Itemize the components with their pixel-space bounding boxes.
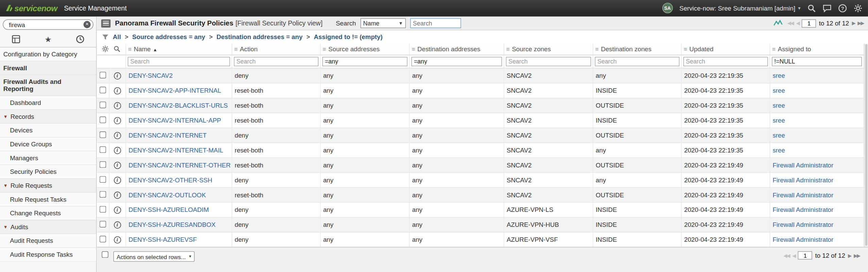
search-icon[interactable] bbox=[807, 4, 816, 13]
column-header-action[interactable]: ≡Action bbox=[232, 43, 320, 55]
sidebar-item-audits[interactable]: ▼Audits bbox=[0, 220, 96, 234]
column-menu-icon[interactable]: ≡ bbox=[506, 46, 510, 53]
policy-name-link[interactable]: DENY-SNCAV2 bbox=[129, 72, 173, 79]
policy-name-link[interactable]: DENY-SSH-AZURESANDBOX bbox=[129, 221, 216, 228]
column-header-name[interactable]: ≡Name▲ bbox=[125, 43, 232, 55]
record-preview-icon[interactable]: i bbox=[114, 177, 121, 184]
sidebar-item-configuration-by-category[interactable]: Configuration by Category bbox=[0, 48, 96, 61]
sidebar-item-firewall-audits-and-reporting[interactable]: Firewall Audits and Reporting bbox=[0, 75, 96, 96]
chat-icon[interactable] bbox=[823, 4, 832, 13]
breadcrumb-source-addresses[interactable]: Source addresses = any bbox=[132, 34, 205, 40]
sidebar-item-records[interactable]: ▼Records bbox=[0, 110, 96, 124]
column-menu-icon[interactable]: ≡ bbox=[772, 46, 776, 53]
record-preview-icon[interactable]: i bbox=[114, 147, 121, 154]
row-checkbox[interactable] bbox=[99, 236, 106, 242]
row-checkbox[interactable] bbox=[99, 191, 106, 198]
scrollbar-thumb[interactable] bbox=[865, 44, 868, 246]
filter-input-destination-zones[interactable] bbox=[595, 57, 679, 66]
policy-name-link[interactable]: DENY-SNCAV2-INTERNET bbox=[129, 132, 207, 139]
filter-input-name[interactable] bbox=[127, 57, 230, 66]
breadcrumb-destination-addresses[interactable]: Destination addresses = any bbox=[217, 34, 303, 40]
column-header-assigned-to[interactable]: ≡Assigned to bbox=[770, 43, 864, 55]
filter-input-source-zones[interactable] bbox=[506, 57, 591, 66]
record-preview-icon[interactable]: i bbox=[114, 162, 121, 169]
filter-funnel-icon[interactable] bbox=[102, 33, 109, 40]
servicenow-logo[interactable]: servicenow bbox=[5, 3, 57, 13]
policy-name-link[interactable]: DENY-SNCAV2-INTERNET-OTHER bbox=[129, 162, 231, 168]
column-menu-icon[interactable]: ≡ bbox=[234, 46, 238, 53]
record-preview-icon[interactable]: i bbox=[114, 87, 121, 94]
sidebar-item-firewall[interactable]: Firewall bbox=[0, 61, 96, 75]
list-search-input[interactable] bbox=[410, 18, 461, 28]
first-page-icon[interactable]: ◀◀ bbox=[787, 20, 794, 26]
sidebar-item-devices[interactable]: Devices bbox=[0, 124, 96, 138]
sidebar-item-audit-requests[interactable]: Audit Requests bbox=[0, 234, 96, 248]
actions-dropdown[interactable]: Actions on selected rows... ▾ bbox=[113, 251, 194, 262]
previous-page-icon[interactable]: ◀ bbox=[792, 253, 795, 258]
column-header-source-zones[interactable]: ≡Source zones bbox=[504, 43, 593, 55]
sidebar-item-audit-response-tasks[interactable]: Audit Response Tasks bbox=[0, 248, 96, 262]
help-icon[interactable]: ? bbox=[838, 4, 847, 13]
applications-icon[interactable] bbox=[12, 35, 20, 43]
list-search-toggle-icon[interactable] bbox=[113, 46, 120, 53]
search-field-select[interactable]: Name ▼ bbox=[360, 18, 406, 28]
policy-name-link[interactable]: DENY-SNCAV2-APP-INTERNAL bbox=[129, 87, 221, 94]
row-checkbox[interactable] bbox=[99, 116, 106, 123]
policy-name-link[interactable]: DENY-SNCAV2-BLACKLIST-URLS bbox=[129, 102, 228, 109]
column-menu-icon[interactable]: ≡ bbox=[412, 46, 415, 53]
row-checkbox[interactable] bbox=[99, 176, 106, 183]
breadcrumb-all[interactable]: All bbox=[113, 34, 121, 40]
column-menu-icon[interactable]: ≡ bbox=[128, 46, 131, 53]
assigned-to-link[interactable]: sree bbox=[772, 102, 785, 109]
previous-page-icon[interactable]: ◀ bbox=[796, 20, 799, 26]
last-page-icon[interactable]: ▶▶ bbox=[854, 253, 860, 258]
breadcrumb-assigned-to[interactable]: Assigned to != (empty) bbox=[314, 34, 382, 40]
sidebar-item-device-groups[interactable]: Device Groups bbox=[0, 138, 96, 151]
first-page-icon[interactable]: ◀◀ bbox=[783, 253, 789, 258]
row-checkbox[interactable] bbox=[99, 206, 106, 213]
next-page-icon[interactable]: ▶ bbox=[848, 253, 851, 258]
select-all-checkbox[interactable] bbox=[102, 251, 108, 258]
record-preview-icon[interactable]: i bbox=[114, 206, 121, 213]
page-number-input[interactable] bbox=[802, 19, 816, 27]
filter-input-action[interactable] bbox=[234, 57, 318, 66]
column-header-updated[interactable]: ≡Updated bbox=[681, 43, 769, 55]
page-number-input[interactable] bbox=[798, 251, 812, 259]
record-preview-icon[interactable]: i bbox=[114, 236, 121, 243]
row-checkbox[interactable] bbox=[99, 146, 106, 153]
sidebar-item-dashboard[interactable]: Dashboard bbox=[0, 96, 96, 110]
row-checkbox[interactable] bbox=[99, 72, 106, 78]
sidebar-item-rule-request-tasks[interactable]: Rule Request Tasks bbox=[0, 193, 96, 207]
vertical-scrollbar[interactable] bbox=[864, 43, 868, 247]
sidebar-item-rule-requests[interactable]: ▼Rule Requests bbox=[0, 179, 96, 193]
assigned-to-link[interactable]: Firewall Administrator bbox=[772, 206, 833, 213]
assigned-to-link[interactable]: sree bbox=[772, 117, 785, 124]
row-checkbox[interactable] bbox=[99, 161, 106, 168]
favorites-star-icon[interactable]: ★ bbox=[44, 35, 52, 43]
list-context-menu-icon[interactable] bbox=[101, 19, 111, 27]
filter-input-updated[interactable] bbox=[683, 57, 768, 66]
assigned-to-link[interactable]: Firewall Administrator bbox=[772, 162, 833, 168]
record-preview-icon[interactable]: i bbox=[114, 72, 121, 79]
column-header-source-addresses[interactable]: ≡Source addresses bbox=[320, 43, 409, 55]
policy-name-link[interactable]: DENY-SNCAV2-OUTLOOK bbox=[129, 191, 206, 198]
section-expanded-icon[interactable]: ▼ bbox=[3, 113, 8, 120]
user-menu[interactable]: Service-now: Sree Subramaniam [admin] bbox=[679, 5, 795, 12]
row-checkbox[interactable] bbox=[99, 101, 106, 108]
record-preview-icon[interactable]: i bbox=[114, 221, 121, 228]
avatar[interactable]: SA bbox=[662, 3, 673, 13]
row-checkbox[interactable] bbox=[99, 131, 106, 138]
assigned-to-link[interactable]: Firewall Administrator bbox=[772, 191, 833, 198]
column-header-destination-addresses[interactable]: ≡Destination addresses bbox=[409, 43, 504, 55]
assigned-to-link[interactable]: Firewall Administrator bbox=[772, 221, 833, 228]
column-header-destination-zones[interactable]: ≡Destination zones bbox=[593, 43, 681, 55]
navigator-search-input[interactable] bbox=[3, 19, 93, 30]
record-preview-icon[interactable]: i bbox=[114, 132, 121, 139]
history-clock-icon[interactable] bbox=[76, 35, 85, 43]
assigned-to-link[interactable]: sree bbox=[772, 72, 785, 79]
policy-name-link[interactable]: DENY-SNCAV2-OTHER-SSH bbox=[129, 177, 212, 183]
sidebar-item-managers[interactable]: Managers bbox=[0, 151, 96, 165]
section-expanded-icon[interactable]: ▼ bbox=[3, 182, 8, 189]
policy-name-link[interactable]: DENY-SNCAV2-INTERNAL-APP bbox=[129, 117, 221, 124]
record-preview-icon[interactable]: i bbox=[114, 117, 121, 124]
